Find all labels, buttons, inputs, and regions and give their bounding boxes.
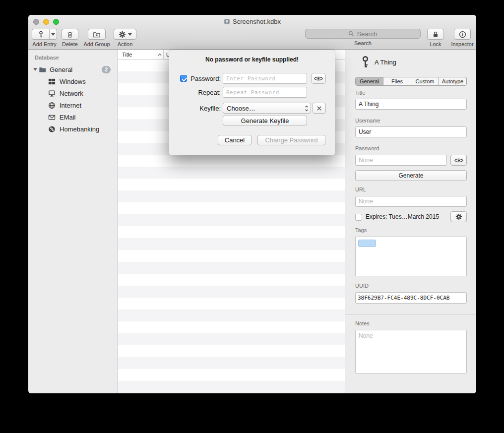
- sidebar-item-label: Windows: [60, 78, 86, 85]
- dialog-message: No password or keyfile supplied!: [169, 56, 335, 63]
- delete-button[interactable]: [62, 29, 78, 40]
- search-input[interactable]: Search: [305, 29, 421, 39]
- tab-general[interactable]: General: [356, 77, 383, 85]
- username-field[interactable]: [355, 126, 467, 137]
- tab-files[interactable]: Files: [383, 77, 411, 85]
- notes-label: Notes: [355, 320, 370, 326]
- globe-icon: [48, 102, 56, 109]
- password-input[interactable]: [223, 73, 307, 84]
- tag-token[interactable]: [358, 240, 376, 247]
- tags-field[interactable]: [355, 237, 467, 276]
- sidebar-section-header: Database: [28, 50, 118, 63]
- reveal-password-button[interactable]: [311, 73, 326, 84]
- change-password-button[interactable]: Change Password: [257, 135, 325, 145]
- url-field[interactable]: [355, 196, 467, 207]
- entry-title: A Thing: [375, 59, 396, 66]
- eye-icon: [454, 158, 463, 163]
- lock-label: Lock: [430, 42, 441, 47]
- chevron-down-icon: [51, 33, 55, 36]
- sidebar-item-label: Network: [60, 90, 83, 97]
- generate-password-button[interactable]: Generate: [355, 170, 467, 181]
- inspector-divider: [345, 314, 476, 314]
- window-title: Screenshot.kdbx: [233, 18, 281, 25]
- action-button[interactable]: [114, 29, 136, 40]
- expires-label: Expires: Tues…March 2015: [366, 213, 439, 220]
- window-chrome: Screenshot.kdbx Add Entry: [28, 15, 476, 50]
- reveal-password-button[interactable]: [450, 155, 467, 166]
- generate-keyfile-button[interactable]: Generate Keyfile: [223, 116, 307, 125]
- chevron-down-icon: [128, 33, 132, 36]
- document-icon: [224, 18, 230, 25]
- group-count-badge: 2: [102, 66, 111, 73]
- expires-settings-button[interactable]: [450, 211, 467, 222]
- eye-icon: [314, 76, 323, 81]
- lock-icon: [432, 31, 439, 38]
- tags-label: Tags: [355, 227, 367, 233]
- trash-icon: [66, 31, 73, 38]
- delete-tool: Delete: [58, 29, 82, 47]
- clear-keyfile-button[interactable]: [313, 103, 326, 114]
- change-password-dialog: No password or keyfile supplied! Passwor…: [169, 50, 335, 155]
- sidebar-item-network[interactable]: Network: [28, 87, 118, 99]
- search-tool: Search Search: [305, 29, 421, 46]
- info-icon: [459, 31, 466, 38]
- percent-coin-icon: [48, 125, 56, 133]
- tab-custom[interactable]: Custom: [411, 77, 439, 85]
- disclosure-triangle-icon[interactable]: [32, 68, 38, 71]
- folder-plus-icon: [93, 31, 101, 38]
- sidebar-group-general[interactable]: General 2: [28, 63, 118, 75]
- sidebar-item-homebanking[interactable]: Homebanking: [28, 123, 118, 135]
- lock-button[interactable]: [427, 29, 444, 40]
- inspector-tool: Inspector: [447, 29, 476, 47]
- password-field[interactable]: [355, 155, 447, 166]
- username-label: Username: [355, 118, 380, 124]
- add-group-label: Add Group: [83, 42, 110, 47]
- add-group-tool: Add Group: [81, 29, 113, 47]
- add-entry-button[interactable]: [32, 29, 49, 39]
- add-entry-dropdown-button[interactable]: [49, 29, 57, 39]
- tab-autotype[interactable]: Autotype: [439, 77, 466, 85]
- sidebar-item-internet[interactable]: Internet: [28, 99, 118, 111]
- inspector-tabs: General Files Custom Autotype: [355, 77, 467, 86]
- action-tool: Action: [113, 29, 137, 47]
- title-field[interactable]: [355, 99, 467, 110]
- lock-tool: Lock: [426, 29, 445, 47]
- inspector-label: Inspector: [451, 42, 473, 47]
- keyfile-label: Keyfile:: [189, 105, 221, 112]
- titlebar: Screenshot.kdbx: [28, 18, 476, 25]
- sidebar-item-windows[interactable]: Windows: [28, 75, 118, 87]
- envelope-icon: [48, 114, 56, 121]
- password-checkbox[interactable]: [180, 75, 187, 82]
- sort-ascending-icon: [158, 53, 162, 56]
- uuid-field[interactable]: [355, 292, 467, 304]
- network-icon: [48, 90, 56, 97]
- repeat-input[interactable]: [223, 87, 307, 98]
- key-icon: [37, 31, 45, 38]
- add-group-button[interactable]: [88, 29, 106, 40]
- password-label: Password: [355, 145, 379, 151]
- inspector-button[interactable]: [454, 29, 471, 40]
- search-label: Search: [354, 41, 372, 46]
- delete-label: Delete: [62, 42, 78, 47]
- keyfile-popup[interactable]: Choose…: [223, 103, 311, 114]
- gear-icon: [455, 213, 462, 220]
- x-icon: [316, 106, 322, 111]
- folder-icon: [38, 66, 47, 73]
- sidebar-group-label: General: [50, 66, 72, 73]
- sidebar-item-label: Internet: [60, 102, 81, 109]
- keyfile-popup-value: Choose…: [227, 105, 255, 112]
- cancel-button[interactable]: Cancel: [218, 135, 252, 145]
- sidebar-item-email[interactable]: EMail: [28, 111, 118, 123]
- sidebar-item-label: EMail: [60, 114, 76, 121]
- column-header-title[interactable]: Title: [118, 50, 164, 59]
- password-label: Password:: [189, 75, 221, 82]
- notes-field[interactable]: [355, 330, 467, 373]
- repeat-label: Repeat:: [189, 89, 221, 96]
- windows-icon: [48, 78, 56, 85]
- expires-checkbox[interactable]: [355, 214, 362, 221]
- title-label: Title: [355, 90, 365, 96]
- search-placeholder: Search: [357, 30, 377, 38]
- entry-key-icon: [360, 56, 371, 68]
- url-label: URL: [355, 186, 366, 192]
- sidebar-item-label: Homebanking: [60, 125, 99, 133]
